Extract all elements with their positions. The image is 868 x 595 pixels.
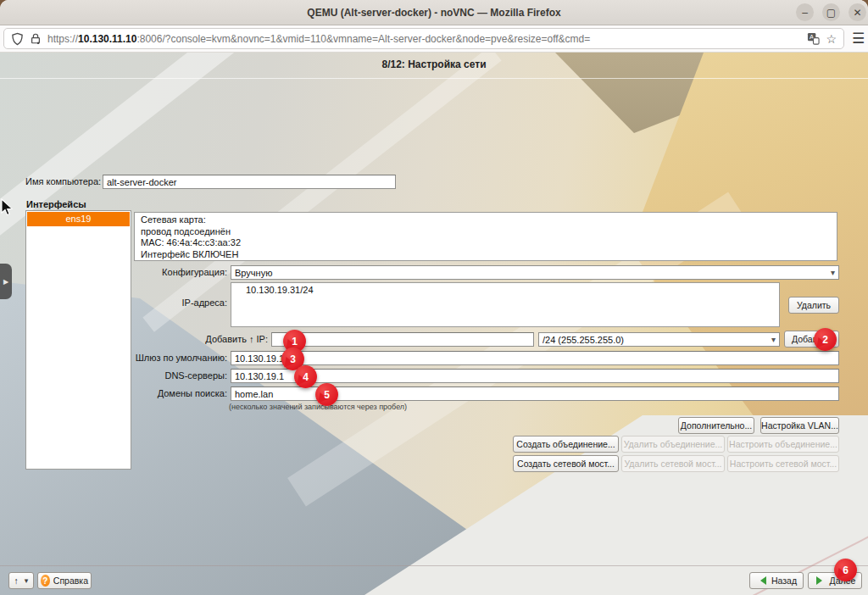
firefox-window: QEMU (Alt-server-docker) - noVNC — Mozil… xyxy=(0,0,868,595)
delete-ip-button[interactable]: Удалить xyxy=(788,297,839,314)
window-controls: – ▢ ✕ xyxy=(796,3,866,21)
delete-bond-button: Удалить объединение... xyxy=(621,436,725,453)
search-domains-label: Домены поиска: xyxy=(75,386,227,401)
novnc-panel-handle[interactable]: ▶ xyxy=(0,264,12,299)
gateway-label: Шлюз по умолчанию: xyxy=(75,351,227,365)
url-host: 10.130.11.10 xyxy=(78,33,136,45)
maximize-icon[interactable]: ▢ xyxy=(822,3,840,21)
window-titlebar[interactable]: QEMU (Alt-server-docker) - noVNC — Mozil… xyxy=(0,0,868,25)
dns-label: DNS-серверы: xyxy=(75,369,227,383)
create-bond-button[interactable]: Создать объединение... xyxy=(513,436,619,453)
chevron-down-icon: ▾ xyxy=(831,268,835,277)
minimize-icon[interactable]: – xyxy=(796,3,814,21)
menu-icon[interactable]: ☰ xyxy=(852,30,865,47)
nic-info-line: MAC: 46:4a:4c:c3:aa:32 xyxy=(141,237,831,249)
translate-icon[interactable]: A xyxy=(807,32,820,45)
mouse-cursor xyxy=(0,198,14,220)
annotation-badge-6: 6 xyxy=(834,559,857,581)
up-arrow-icon: ↑ xyxy=(14,576,19,586)
header-divider xyxy=(0,78,868,79)
configuration-select[interactable]: Вручную ▾ xyxy=(231,265,839,280)
configuration-label: Конфигурация: xyxy=(75,265,227,280)
annotation-badge-4: 4 xyxy=(294,365,317,388)
help-icon: ? xyxy=(41,575,50,587)
hostname-label: Имя компьютера: xyxy=(25,175,101,189)
expand-right-icon: ▶ xyxy=(3,278,8,286)
vlan-settings-button[interactable]: Настройка VLAN... xyxy=(760,417,839,434)
window-title: QEMU (Alt-server-docker) - noVNC — Mozil… xyxy=(0,0,868,25)
nic-info-box: Сетевая карта: провод подсоединён MAC: 4… xyxy=(134,212,837,261)
interface-item-ens19[interactable]: ens19 xyxy=(27,212,130,226)
configure-bridge-button: Настроить сетевой мост... xyxy=(727,455,839,472)
installer-page: 8/12: Настройка сети Имя компьютера: Инт… xyxy=(0,53,868,595)
ip-address-list[interactable]: 10.130.19.31/24 xyxy=(231,282,780,327)
ip-addresses-label: IP-адреса: xyxy=(75,296,227,310)
url-text[interactable]: https://10.130.11.10:8006/?console=kvm&n… xyxy=(47,33,801,45)
close-icon[interactable]: ✕ xyxy=(849,3,866,21)
netmask-select[interactable]: /24 (255.255.255.0) ▾ xyxy=(538,332,780,347)
annotation-badge-2: 2 xyxy=(814,328,837,351)
nic-info-line: провод подсоединён xyxy=(141,226,831,238)
back-button[interactable]: Назад xyxy=(749,572,804,589)
create-bridge-button[interactable]: Создать сетевой мост... xyxy=(513,455,619,472)
url-path: :8006/?console=kvm&novnc=1&vmid=110&vmna… xyxy=(136,33,590,45)
configure-bond-button: Настроить объединение... xyxy=(727,436,839,453)
nic-info-line: Сетевая карта: xyxy=(141,214,831,226)
chevron-down-icon: ▾ xyxy=(771,335,776,344)
page-title: 8/12: Настройка сети xyxy=(0,58,868,70)
ip-address-item[interactable]: 10.130.19.31/24 xyxy=(231,283,779,295)
nic-info-line: Интерфейс ВКЛЮЧЕН xyxy=(141,249,831,261)
footer-divider xyxy=(0,565,868,566)
dns-input[interactable] xyxy=(231,369,839,383)
bookmark-star-icon[interactable]: ☆ xyxy=(826,32,837,46)
url-scheme: https:// xyxy=(47,33,78,45)
next-arrow-icon xyxy=(816,576,826,585)
hostname-input[interactable] xyxy=(103,175,396,189)
back-arrow-icon xyxy=(756,576,766,585)
annotation-badge-5: 5 xyxy=(315,383,338,406)
lock-icon[interactable] xyxy=(30,32,42,45)
gateway-input[interactable] xyxy=(231,351,839,365)
add-ip-label: Добавить ↑ IP: xyxy=(115,332,268,347)
url-bar[interactable]: https://10.130.11.10:8006/?console=kvm&n… xyxy=(3,28,844,49)
advanced-button[interactable]: Дополнительно... xyxy=(678,417,754,434)
chevron-down-icon: ▾ xyxy=(25,576,29,585)
delete-bridge-button: Удалить сетевой мост... xyxy=(621,455,725,472)
help-button[interactable]: ? Справка xyxy=(37,572,92,589)
add-ip-input[interactable] xyxy=(271,332,534,347)
browser-toolbar: https://10.130.11.10:8006/?console=kvm&n… xyxy=(0,25,868,53)
shield-icon[interactable] xyxy=(11,32,24,46)
scroll-up-button[interactable]: ↑▾ xyxy=(8,572,34,589)
